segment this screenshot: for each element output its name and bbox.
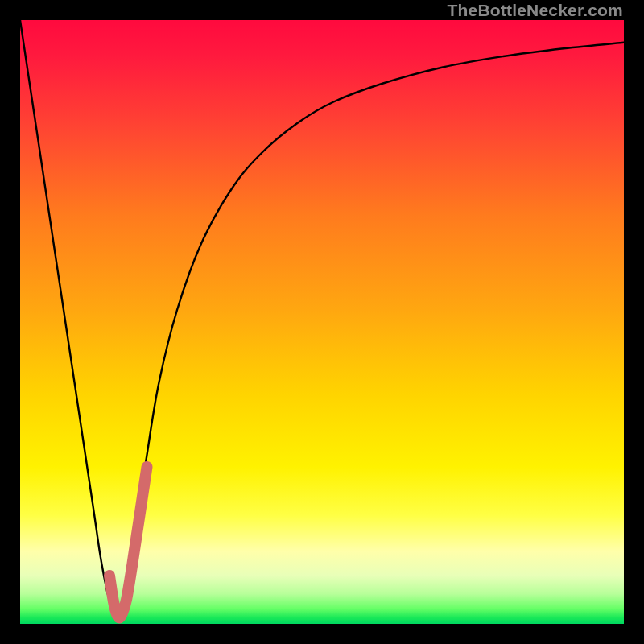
- watermark-text: TheBottleNecker.com: [447, 0, 623, 20]
- chart-frame: TheBottleNecker.com: [0, 0, 644, 644]
- curve-layer: [20, 20, 624, 624]
- plot-area: [20, 20, 624, 624]
- highlight-j-annotation: [109, 467, 147, 617]
- bottleneck-curve: [20, 20, 624, 618]
